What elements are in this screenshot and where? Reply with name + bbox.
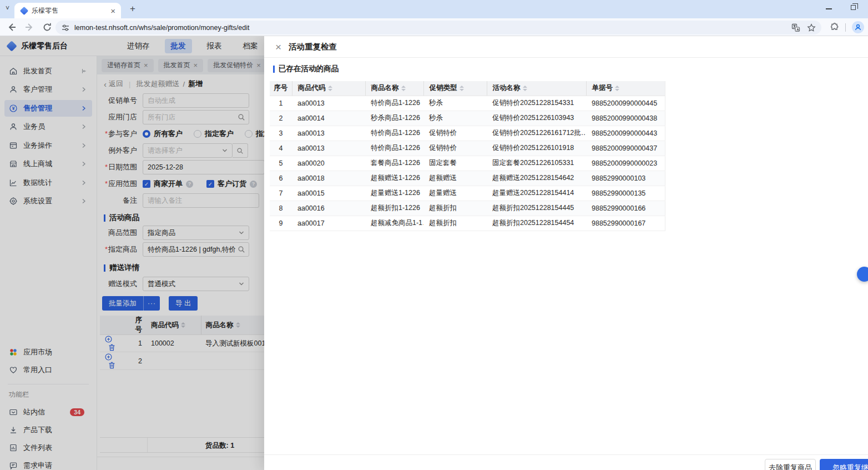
cell-code: aa00018 xyxy=(292,171,365,186)
toolbar-divider xyxy=(845,23,846,32)
cell-type: 秒杀 xyxy=(423,111,487,126)
cell-name: 超额折扣1-1226 xyxy=(365,201,423,216)
activity-column-header[interactable]: 活动名称 xyxy=(487,81,586,96)
cell-type: 促销特价 xyxy=(423,126,487,141)
cell-doc: 98852000990000443 xyxy=(586,126,665,141)
duplicate-table-body: 1 aa00013 特价商品1-1226 秒杀 促销特价202512281543… xyxy=(270,96,665,231)
duplicate-table-row: 7 aa00015 超量赠送1-1226 超量赠送 超量赠送2025122815… xyxy=(270,186,665,201)
section-bar xyxy=(273,66,275,73)
tab-search-icon[interactable]: ˅ xyxy=(6,4,9,12)
cell-activity: 超额折扣20251228154454 xyxy=(487,216,586,231)
duplicate-check-modal: × 活动重复检查 已存在活动的商品 序号 商品代码 商品名称 促销类型 xyxy=(264,36,868,470)
site-settings-icon[interactable] xyxy=(61,23,70,32)
modal-header: × 活动重复检查 xyxy=(264,36,868,58)
profile-avatar[interactable] xyxy=(852,21,864,33)
translate-icon[interactable] xyxy=(791,23,800,32)
browser-tab[interactable]: 乐檬零售 × xyxy=(14,3,121,18)
forward-icon[interactable] xyxy=(24,22,34,32)
duplicate-table-row: 6 aa00018 超额赠送1-1226 超额赠送 超额赠送2025122815… xyxy=(270,171,665,186)
duplicate-table-row: 4 aa00013 特价商品1-1226 促销特价 促销特价2025122610… xyxy=(270,141,665,156)
browser-tabstrip: ˅ 乐檬零售 × + xyxy=(0,0,868,18)
floating-assistant-button[interactable] xyxy=(857,267,868,282)
sort-icon xyxy=(460,86,464,91)
sort-icon xyxy=(401,86,406,91)
cell-type: 促销特价 xyxy=(423,141,487,156)
cell-code: aa00015 xyxy=(292,186,365,201)
cell-name: 秒杀商品1-1226 xyxy=(365,111,423,126)
bookmark-star-icon[interactable] xyxy=(807,23,816,32)
code-column-header[interactable]: 商品代码 xyxy=(292,81,365,96)
cell-seq: 3 xyxy=(270,126,292,141)
cell-type: 超额赠送 xyxy=(423,171,487,186)
duplicate-goods-table: 序号 商品代码 商品名称 促销类型 活动名称 单据号 1 aa00013 特价商… xyxy=(270,81,665,231)
page-viewport: 乐檬零售后台 进销存 批发 报表 档案 WMS 批发首页 客户管理 xyxy=(0,36,868,470)
cell-activity: 促销特价20251226161712批… xyxy=(487,126,586,141)
cell-seq: 8 xyxy=(270,201,292,216)
cell-doc: 98852000990000437 xyxy=(586,141,665,156)
duplicate-table-row: 8 aa00016 超额折扣1-1226 超额折扣 超额折扣2025122815… xyxy=(270,201,665,216)
cell-seq: 4 xyxy=(270,141,292,156)
cell-doc: 98852990000166 xyxy=(586,201,665,216)
remove-duplicates-button[interactable]: 去除重复商品 xyxy=(765,459,816,470)
cell-doc: 98852990000167 xyxy=(586,216,665,231)
sort-icon xyxy=(328,86,332,91)
type-column-header[interactable]: 促销类型 xyxy=(423,81,487,96)
close-icon[interactable]: × xyxy=(275,42,281,52)
cell-seq: 7 xyxy=(270,186,292,201)
modal-title: 活动重复检查 xyxy=(289,42,337,52)
duplicate-table-row: 5 aa00020 套餐商品1-1226 固定套餐 固定套餐2025122610… xyxy=(270,156,665,171)
sort-icon xyxy=(523,86,527,91)
cell-doc: 98852000990000023 xyxy=(586,156,665,171)
cell-activity: 促销特价20251226103943 xyxy=(487,111,586,126)
back-icon[interactable] xyxy=(7,22,17,32)
cell-name: 超额减免商品1-1… xyxy=(365,216,423,231)
doc-column-header[interactable]: 单据号 xyxy=(586,81,665,96)
window-restore-button[interactable] xyxy=(851,5,856,10)
tab-close-icon[interactable]: × xyxy=(109,6,117,16)
cell-name: 超额赠送1-1226 xyxy=(365,171,423,186)
cell-name: 套餐商品1-1226 xyxy=(365,156,423,171)
ignore-duplicates-button[interactable]: 忽略重复继续提交 xyxy=(820,459,868,470)
cell-type: 超额折扣 xyxy=(423,201,487,216)
url-text[interactable]: lemon-test.nhsoft.cn/whs/sale/promotion/… xyxy=(74,24,785,32)
cell-seq: 6 xyxy=(270,171,292,186)
cell-doc: 98852000990000438 xyxy=(586,111,665,126)
duplicate-table-row: 3 aa00013 特价商品1-1226 促销特价 促销特价2025122616… xyxy=(270,126,665,141)
cell-doc: 98852990000103 xyxy=(586,171,665,186)
screen: ˅ 乐檬零售 × + lemon-test.nhsoft.cn/whs/sale… xyxy=(0,0,868,470)
cell-seq: 2 xyxy=(270,111,292,126)
browser-toolbar: lemon-test.nhsoft.cn/whs/sale/promotion/… xyxy=(0,18,868,36)
duplicate-table-header-row: 序号 商品代码 商品名称 促销类型 活动名称 单据号 xyxy=(270,81,665,96)
url-bar[interactable]: lemon-test.nhsoft.cn/whs/sale/promotion/… xyxy=(55,21,821,34)
cell-activity: 固定套餐20251226105331 xyxy=(487,156,586,171)
extensions-icon[interactable] xyxy=(830,22,840,32)
site-favicon-icon xyxy=(20,6,29,15)
window-minimize-button[interactable] xyxy=(826,8,832,9)
cell-type: 超量赠送 xyxy=(423,186,487,201)
cell-type: 秒杀 xyxy=(423,96,487,111)
cell-activity: 促销特价20251228154331 xyxy=(487,96,586,111)
modal-section-title: 已存在活动的商品 xyxy=(273,64,339,73)
duplicate-table-row: 1 aa00013 特价商品1-1226 秒杀 促销特价202512281543… xyxy=(270,96,665,111)
cell-code: aa00013 xyxy=(292,126,365,141)
cell-code: aa00020 xyxy=(292,156,365,171)
cell-doc: 98852000990000445 xyxy=(586,96,665,111)
cell-code: aa00014 xyxy=(292,111,365,126)
cell-code: aa00013 xyxy=(292,141,365,156)
cell-code: aa00013 xyxy=(292,96,365,111)
duplicate-table-row: 2 aa00014 秒杀商品1-1226 秒杀 促销特价202512261039… xyxy=(270,111,665,126)
cell-activity: 超额赠送20251228154642 xyxy=(487,171,586,186)
cell-type: 超额折扣 xyxy=(423,216,487,231)
cell-activity: 超额折扣20251228154445 xyxy=(487,201,586,216)
cell-code: aa00016 xyxy=(292,201,365,216)
cell-seq: 1 xyxy=(270,96,292,111)
seq-column-header: 序号 xyxy=(270,81,292,96)
cell-code: aa00017 xyxy=(292,216,365,231)
modal-footer: 去除重复商品 忽略重复继续提交 xyxy=(264,454,868,455)
new-tab-button[interactable]: + xyxy=(130,3,135,14)
reload-icon[interactable] xyxy=(42,22,52,32)
cell-seq: 5 xyxy=(270,156,292,171)
cell-activity: 超量赠送20251228154414 xyxy=(487,186,586,201)
cell-seq: 9 xyxy=(270,216,292,231)
name-column-header[interactable]: 商品名称 xyxy=(365,81,423,96)
